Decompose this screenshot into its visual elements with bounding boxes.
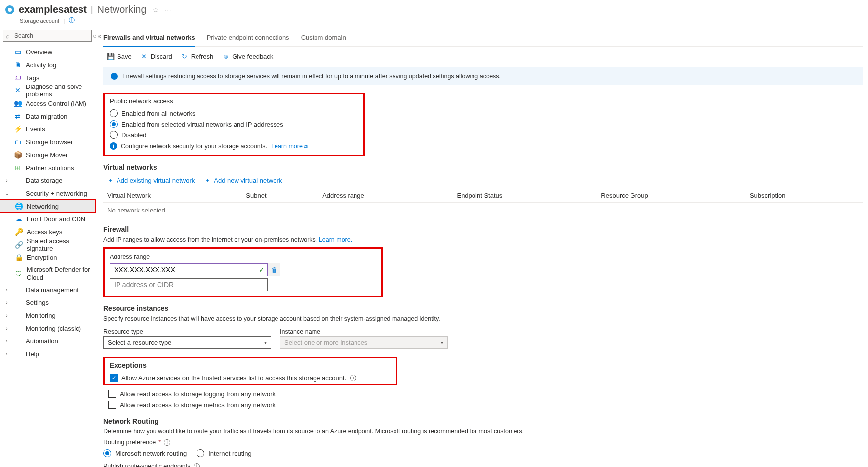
- sidebar-item-front-door[interactable]: ☁Front Door and CDN: [0, 212, 95, 225]
- info-outline-icon[interactable]: i: [194, 463, 200, 467]
- instance-name-dropdown: Select one or more instances▾: [280, 336, 448, 349]
- save-button[interactable]: 💾Save: [107, 53, 132, 60]
- tab-private-endpoint[interactable]: Private endpoint connections: [207, 31, 289, 47]
- col-address-range[interactable]: Address range: [318, 189, 453, 203]
- sidebar-item-partner-solutions[interactable]: ⊞Partner solutions: [0, 161, 95, 174]
- resource-name: examplesatest: [19, 4, 87, 15]
- resource-type-dropdown[interactable]: Select a resource type▾: [103, 336, 271, 349]
- trash-icon: 🗑: [271, 266, 277, 274]
- sidebar-item-overview[interactable]: ▭Overview: [0, 45, 95, 58]
- tabs: Firewalls and virtual networks Private e…: [103, 28, 863, 47]
- sidebar-item-data-migration[interactable]: ⇄Data migration: [0, 110, 95, 123]
- sidebar-item-networking[interactable]: 🌐Networking: [0, 200, 95, 212]
- pna-option-all[interactable]: Enabled from all networks: [110, 108, 358, 119]
- sidebar-item-sas[interactable]: 🔗Shared access signature: [0, 238, 95, 251]
- pna-info-line: i Configure network security for your st…: [110, 142, 358, 150]
- sidebar-group-help[interactable]: ›Help: [0, 347, 95, 360]
- pna-option-disabled[interactable]: Disabled: [110, 129, 358, 140]
- public-network-access-section: Public network access Enabled from all n…: [103, 93, 365, 156]
- learn-more-link[interactable]: Learn more⧉: [271, 143, 308, 150]
- resource-type-label: Storage account | ⓘ: [0, 16, 868, 28]
- sidebar-item-iam[interactable]: 👥Access Control (IAM): [0, 97, 95, 110]
- feedback-icon: ☺: [222, 53, 229, 60]
- sidebar-group-data-storage[interactable]: ›Data storage: [0, 174, 95, 187]
- external-link-icon: ⧉: [304, 143, 308, 149]
- plus-icon: ＋: [107, 176, 114, 185]
- main-content: Firewalls and virtual networks Private e…: [96, 28, 868, 467]
- plus-icon: ＋: [204, 176, 211, 185]
- feedback-button[interactable]: ☺Give feedback: [222, 53, 273, 60]
- delete-ip-button[interactable]: 🗑: [268, 263, 280, 276]
- add-existing-vnet-link[interactable]: ＋Add existing virtual network: [107, 176, 195, 185]
- info-outline-icon[interactable]: i: [164, 439, 170, 446]
- save-icon: 💾: [107, 53, 114, 60]
- checkbox-icon: ✓: [110, 374, 118, 382]
- vnet-title: Virtual networks: [103, 163, 863, 171]
- tab-custom-domain[interactable]: Custom domain: [301, 31, 346, 47]
- chevron-down-icon: ▾: [264, 340, 267, 345]
- checkbox-icon: [108, 390, 116, 398]
- add-new-vnet-link[interactable]: ＋Add new virtual network: [204, 176, 282, 185]
- publish-endpoints-label: Publish route-specific endpoints: [103, 463, 191, 467]
- sidebar-item-defender[interactable]: 🛡Microsoft Defender for Cloud: [0, 264, 95, 283]
- refresh-button[interactable]: ↻Refresh: [181, 53, 214, 60]
- toolbar: 💾Save ✕Discard ↻Refresh ☺Give feedback: [103, 51, 863, 67]
- refresh-icon: ↻: [181, 53, 188, 60]
- sidebar-item-storage-mover[interactable]: 📦Storage Mover: [0, 148, 95, 161]
- help-info-icon[interactable]: ⓘ: [69, 16, 75, 25]
- address-range-input[interactable]: [110, 263, 268, 276]
- routing-desc: Determine how you would like to route yo…: [103, 428, 863, 435]
- favorite-star-icon[interactable]: ☆: [153, 6, 159, 14]
- discard-button[interactable]: ✕Discard: [141, 53, 172, 60]
- storage-account-icon: [5, 5, 15, 15]
- vnet-table: Virtual Network Subnet Address range End…: [103, 189, 863, 218]
- more-menu-icon[interactable]: ···: [165, 6, 172, 13]
- col-endpoint-status[interactable]: Endpoint Status: [453, 189, 597, 203]
- sidebar-search-input[interactable]: [3, 30, 92, 42]
- required-asterisk: *: [158, 439, 161, 446]
- sidebar-group-automation[interactable]: ›Automation: [0, 335, 95, 347]
- sidebar-nav: ▭Overview 🗎Activity log 🏷Tags ✕Diagnose …: [0, 45, 95, 360]
- firewall-learn-more-link[interactable]: Learn more.: [319, 236, 352, 243]
- checkbox-icon: [108, 401, 116, 409]
- sidebar-item-activity-log[interactable]: 🗎Activity log: [0, 58, 95, 71]
- sidebar-group-settings[interactable]: ›Settings: [0, 296, 95, 309]
- sidebar-item-diagnose[interactable]: ✕Diagnose and solve problems: [0, 84, 95, 97]
- col-subnet[interactable]: Subnet: [242, 189, 318, 203]
- col-vnet[interactable]: Virtual Network: [103, 189, 242, 203]
- resource-type-label: Resource type: [103, 326, 271, 336]
- pna-title: Public network access: [110, 97, 358, 105]
- col-resource-group[interactable]: Resource Group: [597, 189, 746, 203]
- exception-metrics[interactable]: Allow read access to storage metrics fro…: [103, 399, 863, 410]
- resinst-title: Resource instances: [103, 304, 863, 312]
- page-title: Networking: [97, 4, 147, 15]
- firewall-address-section: Address range ✓ 🗑: [103, 247, 383, 297]
- exceptions-title: Exceptions: [110, 361, 391, 369]
- sidebar-item-storage-browser[interactable]: 🗀Storage browser: [0, 135, 95, 148]
- tab-firewalls[interactable]: Firewalls and virtual networks: [103, 31, 195, 47]
- routing-pref-label: Routing preference: [103, 439, 156, 446]
- sidebar-group-data-management[interactable]: ›Data management: [0, 283, 95, 296]
- sidebar-item-events[interactable]: ⚡Events: [0, 123, 95, 135]
- page-header: examplesatest | Networking ☆ ···: [0, 0, 868, 16]
- discard-icon: ✕: [141, 53, 148, 60]
- firewall-desc: Add IP ranges to allow access from the i…: [103, 236, 863, 243]
- info-outline-icon[interactable]: i: [350, 375, 356, 381]
- sidebar-item-access-keys[interactable]: 🔑Access keys: [0, 225, 95, 238]
- sidebar-group-monitoring[interactable]: ›Monitoring: [0, 309, 95, 322]
- exception-trusted-services[interactable]: ✓ Allow Azure services on the trusted se…: [110, 372, 391, 383]
- sidebar-item-encryption[interactable]: 🔒Encryption: [0, 251, 95, 264]
- routing-option-microsoft[interactable]: Microsoft network routing: [103, 448, 187, 459]
- sidebar-group-monitoring-classic[interactable]: ›Monitoring (classic): [0, 322, 95, 335]
- info-icon: i: [110, 142, 117, 150]
- instance-name-label: Instance name: [280, 326, 448, 336]
- exception-logging[interactable]: Allow read access to storage logging fro…: [103, 388, 863, 399]
- sidebar-item-tags[interactable]: 🏷Tags: [0, 71, 95, 84]
- chevron-down-icon: ▾: [441, 340, 443, 345]
- col-subscription[interactable]: Subscription: [746, 189, 863, 203]
- pna-option-selected[interactable]: Enabled from selected virtual networks a…: [110, 119, 358, 129]
- routing-option-internet[interactable]: Internet routing: [197, 448, 251, 459]
- title-separator: |: [91, 4, 93, 15]
- address-range-new-input[interactable]: [110, 278, 268, 291]
- sidebar-group-security-networking[interactable]: ⌄Security + networking: [0, 187, 95, 200]
